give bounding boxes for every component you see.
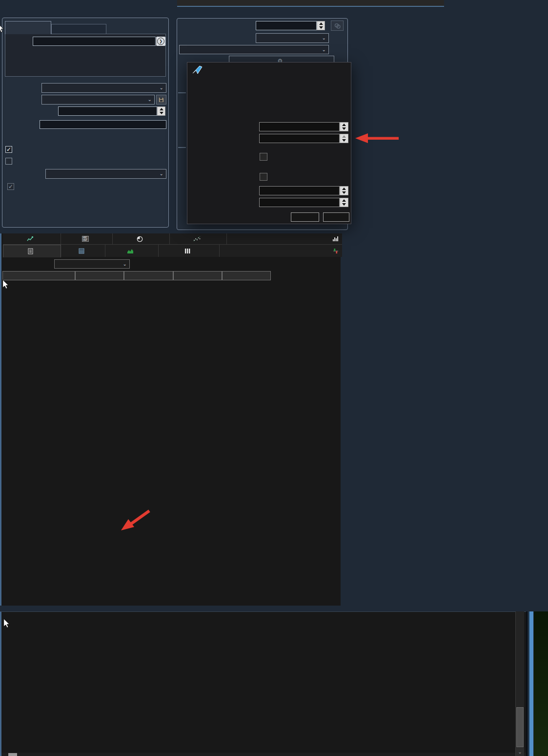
tab-positions[interactable] [61,245,105,257]
rolling-profit-icon [27,236,34,242]
annotation-arrow [352,132,401,145]
max-percent-equity-stepper[interactable] [340,186,348,195]
decrease-risk-checkbox[interactable] [260,153,267,161]
save-icon [159,97,164,103]
divider [178,147,186,148]
symbol-groupbox: ❯ [5,34,166,77]
tab-metrics-report[interactable] [3,245,61,257]
atr-units-stepper[interactable] [340,198,348,207]
save-range-button[interactable] [156,95,166,105]
number-of-years-stepper[interactable] [157,106,165,116]
chevron-down-icon: ⌄ [322,37,326,40]
window-top-strip [177,0,444,6]
by-symbol-icon: ABCDEF [82,236,89,242]
positions-list-icon [79,248,84,254]
go-arrow-icon: ❯ [157,38,164,45]
atr-period-input[interactable] [259,122,340,131]
chevron-down-icon: ⌄ [148,98,152,101]
chevron-down-icon: ⌄ [160,86,163,89]
analysis-series-icon [193,236,201,242]
window-splitter[interactable] [528,611,533,756]
data-range-dropdown[interactable]: ⌄ [41,95,155,105]
configure-percent-volatility-dialog [187,62,351,224]
benchmark-input[interactable] [40,120,166,129]
trades-panel [0,611,528,756]
symbol-go-button[interactable]: ❯ [156,37,165,46]
divider [178,92,186,93]
mouse-cursor [3,618,10,628]
backtest-data-panel: ❯ ⌄ ⌄ ✓ [2,18,169,228]
horizontal-scrollbar-thumb[interactable] [8,753,17,756]
metrics-header-strategy[interactable] [75,271,124,280]
ok-button[interactable] [323,212,349,222]
cap-position-checkbox[interactable] [260,173,267,181]
annotation-arrow [116,508,153,531]
tab-single-symbol[interactable] [5,21,51,34]
metrics-report-panel: ABCDEF [0,233,341,606]
chevron-down-icon: ⌄ [160,172,163,175]
metrics-report-icon [28,248,33,254]
tab-monthly-returns[interactable] [159,245,220,257]
tab-analysis-series[interactable] [170,233,227,245]
data-scale-dropdown[interactable]: ⌄ [41,83,166,93]
percent-of-volatility-stepper[interactable] [340,134,348,143]
granular-scale-dropdown[interactable]: ⌄ [45,169,166,179]
vertical-scrollbar[interactable]: ⌄ [515,611,524,756]
checkmark-icon: ✓ [6,147,11,152]
app-logo-icon [192,65,203,75]
tab-monte-carlo[interactable] [227,233,342,245]
chevron-down-icon: ⌄ [322,48,326,51]
update-granular-checkbox: ✓ [7,183,14,190]
equity-curve-icon [127,248,134,254]
retain-nsf-checkbox[interactable]: ✓ [5,146,12,153]
mouse-cursor [0,23,4,33]
granular-limit-checkbox[interactable] [5,158,12,165]
bar-chart-icon [332,236,339,242]
cancel-button[interactable] [291,212,319,222]
tab-equity-curve[interactable] [105,245,159,257]
coins-icon [334,23,341,29]
number-of-years-input[interactable] [58,106,157,116]
vertical-scrollbar-thumb[interactable] [516,707,524,747]
periodic-returns-icon [333,248,339,254]
app-window: ❯ ⌄ ⌄ ✓ [0,0,548,756]
atr-period-stepper[interactable] [340,122,348,131]
capital-options-button[interactable] [331,21,344,31]
background-chart-window-edge [534,611,548,756]
tab-periodic-returns[interactable] [220,245,342,257]
monthly-returns-icon [184,248,190,254]
window-top-strip-accent [177,6,444,7]
percent-of-volatility-input[interactable] [259,134,340,143]
symbol-input[interactable] [33,37,156,46]
starting-capital-input[interactable] [256,21,317,30]
horizontal-scrollbar[interactable] [1,753,528,756]
position-size-dropdown[interactable]: ⌄ [256,33,329,43]
starting-capital-stepper[interactable] [317,21,325,30]
metrics-header-empty [2,271,75,280]
metrics-header-long-only[interactable] [173,271,222,280]
tab-by-symbol[interactable]: ABCDEF [61,233,113,245]
checkmark-icon: ✓ [8,184,13,189]
chevron-down-icon: ⌄ [123,263,127,266]
tab-contribution[interactable] [113,233,170,245]
contribution-pie-icon [137,236,143,242]
scorecard-dropdown[interactable]: ⌄ [54,259,130,269]
atr-units-input[interactable] [259,198,340,207]
tab-rolling-profit[interactable] [3,233,61,245]
tab-portfolio-backtest[interactable] [51,24,106,34]
panel-edge-divider [526,611,528,756]
max-percent-equity-input[interactable] [259,186,340,195]
pos-sizer-dropdown[interactable]: ⌄ [179,45,329,54]
metrics-header-short-only[interactable] [222,271,271,280]
mouse-cursor [2,279,9,289]
metrics-header-benchmark[interactable] [124,271,173,280]
scrollbar-down-arrow[interactable]: ⌄ [516,748,524,756]
